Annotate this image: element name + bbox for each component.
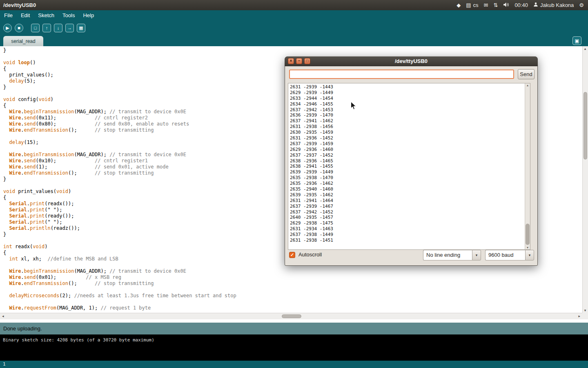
upload-button[interactable]: → <box>65 24 74 32</box>
chevron-down-icon[interactable]: ▾ <box>472 250 481 260</box>
serial-monitor-titlebar[interactable]: /dev/ttyUSB0 ×–□ <box>285 56 538 66</box>
menu-help[interactable]: Help <box>79 12 98 18</box>
menu-edit[interactable]: Edit <box>17 12 34 18</box>
top-panel: /dev/ttyUSB0 ◆ ▤ cs ✉ ⇅ 00:40 Jakub Kako… <box>0 0 588 10</box>
serial-monitor-controls: ✓ Autoscroll No line ending ▾ 9600 baud … <box>285 250 537 260</box>
session-gear-icon[interactable]: ⚙ <box>579 2 584 8</box>
chevron-down-icon[interactable]: ▾ <box>525 250 534 260</box>
tab-serial-read[interactable]: serial_read <box>3 36 43 46</box>
serial-line: 2629 -2936 -1460 <box>290 147 525 153</box>
serial-line: 2639 -2939 -1449 <box>290 169 525 175</box>
mail-icon[interactable]: ✉ <box>484 2 488 8</box>
new-sketch-button[interactable]: □ <box>31 24 40 32</box>
horizontal-scrollbar-thumb[interactable] <box>282 314 301 318</box>
serial-line: 2640 -2935 -1457 <box>290 215 525 220</box>
stop-button[interactable]: ■ <box>15 24 23 32</box>
status-text: Done uploading. <box>3 325 42 332</box>
editor-horizontal-scrollbar[interactable]: ◂ ▸ <box>0 313 582 319</box>
line-ending-select[interactable]: No line ending ▾ <box>423 250 481 260</box>
scroll-up-icon[interactable]: ▴ <box>525 83 530 87</box>
screen: /dev/ttyUSB0 ◆ ▤ cs ✉ ⇅ 00:40 Jakub Kako… <box>0 0 588 368</box>
serial-line: 2629 -2939 -1449 <box>290 90 525 96</box>
code-line <box>3 287 582 293</box>
scroll-left-icon[interactable]: ◂ <box>2 314 4 318</box>
menu-sketch[interactable]: Sketch <box>34 12 58 18</box>
scroll-right-icon[interactable]: ▸ <box>578 314 580 318</box>
serial-line: 2637 -2942 -1452 <box>290 209 525 215</box>
menu-bar: FileEditSketchToolsHelp <box>0 10 588 20</box>
serial-line: 2636 -2939 -1470 <box>290 112 525 118</box>
scroll-down-icon[interactable]: ▾ <box>525 246 530 249</box>
editor-gap <box>0 319 588 323</box>
user-name: Jakub Kakona <box>540 2 574 8</box>
serial-line: 2635 -2936 -1462 <box>290 181 525 186</box>
code-line <box>3 299 582 305</box>
user-menu[interactable]: Jakub Kakona <box>533 2 574 8</box>
serial-line: 2638 -2936 -1465 <box>290 158 525 164</box>
serial-line: 2629 -2938 -1475 <box>290 220 525 226</box>
serial-line: 2634 -2946 -1455 <box>290 101 525 107</box>
check-icon: ✓ <box>290 252 294 257</box>
serial-line: 2631 -2941 -1464 <box>290 198 525 204</box>
serial-monitor-title: /dev/ttyUSB0 <box>285 56 538 66</box>
maximize-button[interactable]: □ <box>304 58 310 64</box>
keyboard-indicator[interactable]: ▤ cs <box>466 2 478 8</box>
network-icon[interactable]: ⇅ <box>493 2 498 8</box>
serial-monitor-icon: ▦ <box>79 25 83 31</box>
serial-line: 2637 -2941 -1462 <box>290 118 525 124</box>
close-button[interactable]: × <box>288 58 294 64</box>
baud-rate-value: 9600 baud <box>485 250 525 260</box>
keyboard-layout-label: cs <box>473 2 479 8</box>
serial-output-scrollbar[interactable]: ▴ ▾ <box>525 83 530 249</box>
editor-vertical-scrollbar[interactable]: ▴ ▾ <box>582 46 588 313</box>
scrollbar-corner <box>582 313 588 319</box>
tab-label: serial_read <box>11 38 35 44</box>
toolbar: ▶■□↑↓→▦ <box>0 20 588 35</box>
verify-button[interactable]: ▶ <box>3 24 12 32</box>
minimize-button[interactable]: – <box>296 58 302 64</box>
serial-monitor-button[interactable]: ▦ <box>77 24 85 32</box>
indicator-icon[interactable]: ◆ <box>457 2 461 8</box>
autoscroll-checkbox[interactable]: ✓ <box>289 252 295 258</box>
send-button[interactable]: Send <box>518 69 535 79</box>
serial-line: 2630 -2935 -1459 <box>290 130 525 135</box>
serial-output[interactable]: 2631 -2939 -14432629 -2939 -14492633 -29… <box>288 83 530 250</box>
menu-tools[interactable]: Tools <box>58 12 79 18</box>
serial-line: 2637 -2937 -1452 <box>290 153 525 158</box>
tab-menu-button[interactable]: ▣ <box>572 36 581 45</box>
serial-line: 2631 -2938 -1456 <box>290 124 525 130</box>
serial-scrollbar-thumb[interactable] <box>526 224 530 245</box>
save-sketch-button[interactable]: ↓ <box>54 24 62 32</box>
scroll-down-icon[interactable]: ▾ <box>583 308 588 312</box>
code-line: Wire.beginTransmission(MAG_ADDR); // tra… <box>3 268 582 274</box>
volume-icon[interactable] <box>503 2 509 9</box>
open-sketch-button[interactable]: ↑ <box>42 24 51 32</box>
serial-line: 2637 -2942 -1453 <box>290 107 525 113</box>
clock[interactable]: 00:40 <box>514 2 528 8</box>
serial-line: 2635 -2940 -1460 <box>290 186 525 192</box>
code-line: Wire.requestFrom(MAG_ADDR, 1); // reques… <box>3 305 582 311</box>
panel-indicators: ◆ ▤ cs ✉ ⇅ 00:40 Jakub Kakona ⚙ <box>457 2 588 9</box>
scroll-up-icon[interactable]: ▴ <box>583 47 588 51</box>
code-line: } <box>3 47 582 54</box>
autoscroll-label: Autoscroll <box>298 251 322 258</box>
serial-input[interactable] <box>289 70 514 79</box>
new-sketch-icon: □ <box>34 25 37 30</box>
baud-rate-select[interactable]: 9600 baud ▾ <box>485 250 534 260</box>
serial-line: 2637 -2939 -1467 <box>290 204 525 209</box>
serial-line: 2631 -2936 -1452 <box>290 135 525 141</box>
vertical-scrollbar-thumb[interactable] <box>584 92 587 159</box>
current-line-number: 1 <box>3 361 6 367</box>
user-icon <box>533 2 538 8</box>
upload-icon: → <box>67 25 72 30</box>
keyboard-icon: ▤ <box>466 2 471 8</box>
menu-file[interactable]: File <box>0 12 17 18</box>
serial-line: 2637 -2938 -1449 <box>290 232 525 238</box>
mouse-cursor <box>350 101 356 110</box>
window-controls: ×–□ <box>288 58 310 64</box>
save-sketch-icon: ↓ <box>57 25 60 30</box>
code-line: delayMicroseconds(2); //needs at least 1… <box>3 293 582 299</box>
console-text: Binary sketch size: 4208 bytes (of a 307… <box>3 337 588 343</box>
verify-icon: ▶ <box>6 25 9 31</box>
serial-output-lines: 2631 -2939 -14432629 -2939 -14492633 -29… <box>288 83 525 249</box>
